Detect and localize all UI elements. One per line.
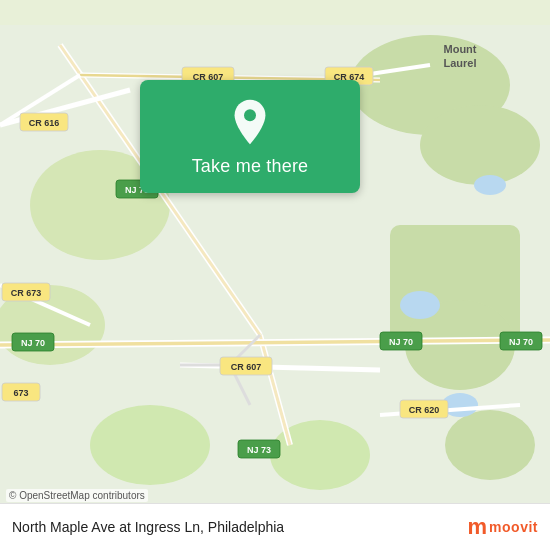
location-pin-icon [226,98,274,146]
svg-text:Mount: Mount [444,43,477,55]
svg-text:CR 616: CR 616 [29,118,60,128]
svg-point-12 [474,175,506,195]
take-me-there-button[interactable]: Take me there [192,156,309,177]
svg-text:NJ 73: NJ 73 [247,445,271,455]
svg-text:NJ 70: NJ 70 [509,337,533,347]
action-card[interactable]: Take me there [140,80,360,193]
svg-text:CR 620: CR 620 [409,405,440,415]
svg-point-56 [244,109,256,121]
svg-point-8 [90,405,210,485]
map-container: CR 607 NJ 73 NJ 70 NJ 70 NJ 70 CR 616 CR… [0,0,550,550]
svg-text:CR 673: CR 673 [11,288,42,298]
svg-point-10 [400,291,440,319]
svg-point-7 [445,410,535,480]
bottom-bar: North Maple Ave at Ingress Ln, Philadelp… [0,503,550,550]
location-text: North Maple Ave at Ingress Ln, Philadelp… [12,519,284,535]
svg-text:NJ 70: NJ 70 [21,338,45,348]
moovit-logo: m moovit [468,514,538,540]
svg-text:CR 607: CR 607 [231,362,262,372]
moovit-m-letter: m [468,514,487,540]
moovit-wordmark: moovit [489,519,538,535]
svg-text:Laurel: Laurel [443,57,476,69]
svg-text:673: 673 [13,388,28,398]
svg-text:NJ 70: NJ 70 [389,337,413,347]
svg-point-2 [420,105,540,185]
osm-credit: © OpenStreetMap contributors [6,489,148,502]
